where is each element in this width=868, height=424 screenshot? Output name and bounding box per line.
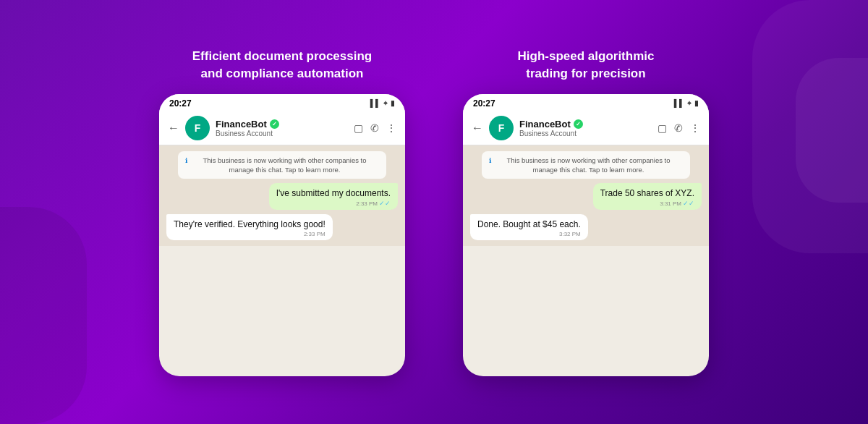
right-phone-frame: 20:27 ▌▌ ⌖ ▮ ← F FinanceBot ✓	[463, 94, 709, 376]
avatar-left: F	[185, 116, 210, 140]
contact-subtitle-left: Business Account	[216, 130, 348, 137]
phone-icon-right[interactable]: ✆	[674, 122, 683, 134]
right-title-line2: trading for precision	[526, 67, 645, 80]
header-icons-right: ▢ ✆ ⋮	[658, 122, 700, 134]
tick-icon-right: ✓✓	[683, 200, 694, 207]
avatar-right: F	[489, 116, 514, 140]
header-icons-left: ▢ ✆ ⋮	[354, 122, 396, 134]
left-bubble-sent: I've submitted my documents. 2:33 PM ✓✓	[269, 183, 398, 210]
left-phone-frame: 20:27 ▌▌ ⌖ ▮ ← F FinanceBot ✓	[159, 94, 405, 376]
contact-info-right: FinanceBot ✓ Business Account	[519, 119, 652, 137]
menu-icon-right[interactable]: ⋮	[690, 122, 700, 134]
battery-icon-right: ▮	[694, 99, 699, 107]
verified-badge-left: ✓	[270, 119, 279, 129]
left-status-icons: ▌▌ ⌖ ▮	[370, 99, 395, 108]
phone-icon-left[interactable]: ✆	[370, 122, 379, 134]
left-phone-section: Efficient document processing and compli…	[159, 48, 405, 376]
left-received-time: 2:33 PM	[174, 231, 326, 237]
left-status-time: 20:27	[169, 98, 192, 109]
video-icon-left[interactable]: ▢	[354, 122, 363, 134]
left-title-line1: Efficient document processing	[192, 49, 372, 63]
left-title-line2: and compliance automation	[201, 67, 364, 80]
wifi-icon: ⌖	[383, 99, 388, 108]
contact-name-right: FinanceBot ✓	[519, 119, 652, 130]
left-status-bar: 20:27 ▌▌ ⌖ ▮	[159, 94, 405, 111]
right-chat-header: ← F FinanceBot ✓ Business Account ▢ ✆ ⋮	[463, 111, 709, 145]
system-notice-right: ℹ This business is now working with othe…	[482, 151, 690, 179]
system-notice-left: ℹ This business is now working with othe…	[178, 151, 386, 179]
wifi-icon-right: ⌖	[687, 99, 692, 108]
right-status-icons: ▌▌ ⌖ ▮	[674, 99, 699, 108]
right-sent-time: 3:31 PM ✓✓	[600, 200, 694, 207]
right-message-sent-row: Trade 50 shares of XYZ. 3:31 PM ✓✓	[470, 183, 702, 210]
signal-icon: ▌▌	[370, 99, 380, 107]
left-message-sent-row: I've submitted my documents. 2:33 PM ✓✓	[166, 183, 398, 210]
video-icon-right[interactable]: ▢	[658, 122, 667, 134]
right-title-line1: High-speed algorithmic	[518, 49, 655, 63]
right-status-bar: 20:27 ▌▌ ⌖ ▮	[463, 94, 709, 111]
right-phone-section: High-speed algorithmic trading for preci…	[463, 48, 709, 376]
right-message-received-row: Done. Bought at $45 each. 3:32 PM	[470, 214, 702, 240]
right-chat-area: ℹ This business is now working with othe…	[463, 145, 709, 247]
right-bubble-sent: Trade 50 shares of XYZ. 3:31 PM ✓✓	[593, 183, 702, 210]
right-received-time: 3:32 PM	[477, 231, 581, 237]
left-chat-area: ℹ This business is now working with othe…	[159, 145, 405, 247]
left-bubble-received: They're verified. Everything looks good!…	[166, 214, 333, 240]
contact-name-left: FinanceBot ✓	[216, 119, 348, 130]
notice-icon-left: ℹ	[185, 156, 187, 166]
left-message-received-row: They're verified. Everything looks good!…	[166, 214, 398, 240]
left-section-title: Efficient document processing and compli…	[192, 48, 372, 82]
contact-info-left: FinanceBot ✓ Business Account	[216, 119, 348, 137]
verified-badge-right: ✓	[574, 119, 583, 129]
back-button-left[interactable]: ←	[168, 122, 179, 135]
battery-icon: ▮	[391, 99, 395, 107]
left-chat-header: ← F FinanceBot ✓ Business Account ▢ ✆ ⋮	[159, 111, 405, 145]
menu-icon-left[interactable]: ⋮	[386, 122, 396, 134]
right-section-title: High-speed algorithmic trading for preci…	[518, 48, 655, 82]
notice-icon-right: ℹ	[489, 156, 491, 166]
right-bubble-received: Done. Bought at $45 each. 3:32 PM	[470, 214, 588, 240]
tick-icon-left: ✓✓	[379, 200, 391, 207]
signal-icon-right: ▌▌	[674, 99, 684, 107]
back-button-right[interactable]: ←	[472, 122, 483, 135]
contact-subtitle-right: Business Account	[519, 130, 652, 137]
left-sent-time: 2:33 PM ✓✓	[276, 200, 391, 207]
right-status-time: 20:27	[473, 98, 495, 109]
